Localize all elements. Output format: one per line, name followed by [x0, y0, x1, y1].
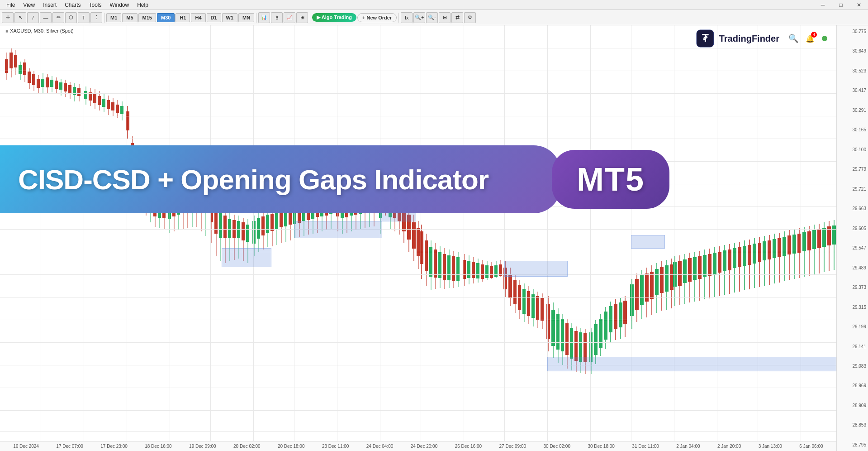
svg-rect-15 [37, 79, 40, 88]
svg-rect-31 [73, 87, 76, 95]
grid-line-h11 [0, 274, 836, 275]
svg-rect-305 [723, 250, 726, 271]
svg-rect-315 [748, 245, 751, 265]
svg-rect-229 [536, 296, 539, 320]
toolbar-properties[interactable]: ⚙ [464, 12, 476, 23]
toolbar-zoom-out[interactable]: 🔍- [426, 12, 438, 23]
chart-icon: ■ [5, 29, 8, 34]
svg-rect-303 [718, 252, 721, 273]
toolbar-arrow[interactable]: ↖ [14, 12, 26, 23]
toolbar-text[interactable]: T [78, 12, 90, 23]
toolbar-fib[interactable]: ⋮ [90, 12, 102, 23]
svg-rect-241 [565, 323, 569, 355]
tf-m1[interactable]: M1 [106, 13, 121, 22]
svg-rect-329 [783, 237, 786, 256]
tf-mn[interactable]: MN [238, 13, 254, 22]
svg-rect-43 [102, 99, 105, 107]
notification-icon[interactable]: 🔔 4 [806, 34, 815, 43]
svg-rect-17 [41, 79, 44, 87]
svg-rect-281 [665, 265, 669, 292]
svg-rect-349 [832, 226, 836, 245]
chart-label: ■ XAGUSD, M30: Silver (Spot) [5, 28, 74, 34]
svg-rect-263 [619, 302, 622, 327]
tf-m15[interactable]: M15 [138, 13, 156, 22]
tf-m5[interactable]: M5 [122, 13, 137, 22]
svg-rect-287 [678, 261, 682, 286]
svg-rect-279 [660, 267, 664, 293]
time-tick-2: 17 Dec 07:00 [56, 444, 83, 449]
svg-rect-311 [738, 247, 741, 267]
menu-window[interactable]: Window [106, 1, 133, 9]
toolbar-sep1 [104, 13, 104, 23]
tf-d1[interactable]: D1 [207, 13, 221, 22]
platform-label: MT5 [577, 161, 645, 198]
svg-rect-223 [522, 289, 526, 314]
grid-line-h1 [0, 48, 836, 48]
search-icon[interactable]: 🔍 [788, 34, 798, 43]
svg-rect-299 [708, 254, 711, 276]
price-tick-18: 29.083 [839, 364, 866, 369]
grid-line-h10 [0, 252, 836, 252]
price-tick-3: 30.523 [839, 68, 866, 73]
maximize-button[interactable]: □ [832, 0, 850, 10]
minimize-button[interactable]: ─ [814, 0, 832, 10]
time-tick-16: 2 Jan 04:00 [676, 444, 700, 449]
tf-w1[interactable]: W1 [222, 13, 238, 22]
svg-rect-19 [46, 77, 49, 87]
toolbar-hline[interactable]: — [40, 12, 52, 23]
grid-line-h18 [0, 431, 836, 432]
menu-bar: File View Insert Charts Tools Window Hel… [0, 0, 868, 10]
chart-type-candle[interactable]: 🕯 [271, 12, 283, 23]
svg-rect-257 [604, 312, 607, 340]
menu-help[interactable]: Help [133, 1, 152, 9]
svg-rect-219 [513, 280, 517, 304]
new-order-button[interactable]: + New Order [357, 13, 397, 22]
banner-main: CISD-CSD + Opening Gaps Indicator [0, 145, 561, 213]
svg-rect-5 [14, 55, 17, 67]
svg-rect-325 [773, 239, 776, 258]
svg-rect-21 [50, 80, 53, 87]
algo-trading-button[interactable]: ▶ Algo Trading [312, 13, 356, 22]
svg-rect-189 [443, 254, 446, 280]
grid-line-v13 [547, 25, 548, 441]
window-controls: ─ □ ✕ [814, 0, 868, 10]
chart-type-line[interactable]: 📈 [284, 12, 295, 23]
menu-tools[interactable]: Tools [85, 1, 105, 9]
toolbar-line[interactable]: / [27, 12, 39, 23]
menu-file[interactable]: File [3, 1, 19, 9]
grid-line-v4 [170, 25, 170, 441]
svg-rect-95 [223, 216, 227, 238]
grid-line-h4 [0, 116, 836, 116]
tf-h4[interactable]: H4 [191, 13, 205, 22]
svg-rect-283 [670, 264, 674, 290]
toolbar-crosshair[interactable]: ✛ [2, 12, 14, 23]
toolbar-zoom-in[interactable]: 🔍+ [413, 12, 425, 23]
toolbar-shapes[interactable]: ⬡ [65, 12, 77, 23]
chart-symbol-label: XAGUSD, M30: Silver (Spot) [10, 28, 74, 34]
svg-rect-301 [713, 253, 716, 274]
chart-type-bar[interactable]: 📊 [258, 12, 270, 23]
svg-rect-199 [467, 261, 470, 278]
toolbar-pen[interactable]: ✏ [52, 12, 64, 23]
svg-rect-195 [456, 257, 460, 281]
svg-rect-115 [270, 214, 274, 231]
grid-line-v17 [717, 25, 717, 441]
tf-m30[interactable]: M30 [157, 13, 175, 22]
menu-charts[interactable]: Charts [61, 1, 84, 9]
menu-insert[interactable]: Insert [39, 1, 60, 9]
time-axis: 16 Dec 2024 17 Dec 07:00 17 Dec 23:00 18… [0, 441, 836, 451]
grid-line-v16 [674, 25, 674, 441]
svg-rect-269 [635, 279, 639, 310]
svg-rect-45 [107, 100, 110, 109]
toolbar-indicators[interactable]: fx [401, 12, 413, 23]
svg-rect-323 [768, 240, 771, 259]
svg-rect-3 [9, 53, 13, 68]
toolbar-grid[interactable]: ⊟ [439, 12, 451, 23]
tf-h1[interactable]: H1 [175, 13, 190, 22]
svg-rect-27 [64, 83, 67, 91]
close-button[interactable]: ✕ [850, 0, 868, 10]
menu-view[interactable]: View [19, 1, 38, 9]
chart-zoom-in-out[interactable]: ⊞ [296, 12, 308, 23]
svg-rect-265 [623, 301, 627, 324]
toolbar-autoscroll[interactable]: ⇄ [451, 12, 463, 23]
